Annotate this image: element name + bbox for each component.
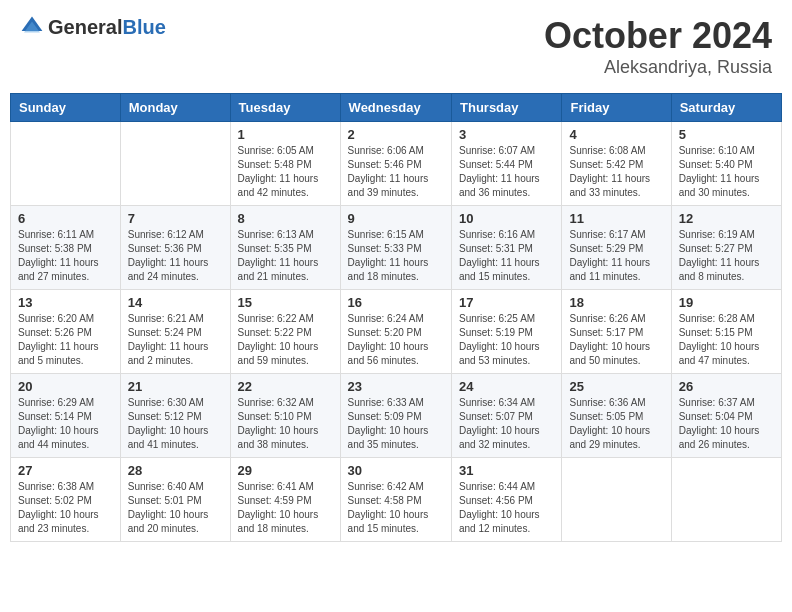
day-sunset: Sunset: 5:42 PM [569, 159, 643, 170]
day-sunrise: Sunrise: 6:44 AM [459, 481, 535, 492]
day-sunset: Sunset: 5:15 PM [679, 327, 753, 338]
day-sunset: Sunset: 5:10 PM [238, 411, 312, 422]
calendar-cell: 3 Sunrise: 6:07 AM Sunset: 5:44 PM Dayli… [452, 122, 562, 206]
day-sunrise: Sunrise: 6:37 AM [679, 397, 755, 408]
calendar-cell: 4 Sunrise: 6:08 AM Sunset: 5:42 PM Dayli… [562, 122, 671, 206]
day-number: 23 [348, 379, 444, 394]
day-daylight: Daylight: 10 hours and 32 minutes. [459, 425, 540, 450]
title-section: October 2024 Aleksandriya, Russia [544, 15, 772, 78]
calendar-week-5: 27 Sunrise: 6:38 AM Sunset: 5:02 PM Dayl… [11, 458, 782, 542]
calendar-week-3: 13 Sunrise: 6:20 AM Sunset: 5:26 PM Dayl… [11, 290, 782, 374]
calendar-cell [120, 122, 230, 206]
day-number: 26 [679, 379, 774, 394]
calendar-cell: 23 Sunrise: 6:33 AM Sunset: 5:09 PM Dayl… [340, 374, 451, 458]
day-daylight: Daylight: 10 hours and 53 minutes. [459, 341, 540, 366]
calendar-cell: 25 Sunrise: 6:36 AM Sunset: 5:05 PM Dayl… [562, 374, 671, 458]
day-sunrise: Sunrise: 6:36 AM [569, 397, 645, 408]
day-number: 29 [238, 463, 333, 478]
day-daylight: Daylight: 10 hours and 38 minutes. [238, 425, 319, 450]
day-daylight: Daylight: 10 hours and 47 minutes. [679, 341, 760, 366]
day-sunrise: Sunrise: 6:24 AM [348, 313, 424, 324]
header: GeneralBlue October 2024 Aleksandriya, R… [10, 10, 782, 83]
day-sunrise: Sunrise: 6:40 AM [128, 481, 204, 492]
calendar-cell [562, 458, 671, 542]
day-number: 15 [238, 295, 333, 310]
header-monday: Monday [120, 94, 230, 122]
calendar-cell: 1 Sunrise: 6:05 AM Sunset: 5:48 PM Dayli… [230, 122, 340, 206]
day-sunrise: Sunrise: 6:17 AM [569, 229, 645, 240]
day-sunrise: Sunrise: 6:06 AM [348, 145, 424, 156]
day-sunset: Sunset: 5:35 PM [238, 243, 312, 254]
day-daylight: Daylight: 11 hours and 8 minutes. [679, 257, 760, 282]
header-sunday: Sunday [11, 94, 121, 122]
day-number: 21 [128, 379, 223, 394]
day-sunset: Sunset: 5:24 PM [128, 327, 202, 338]
day-number: 7 [128, 211, 223, 226]
day-sunset: Sunset: 5:26 PM [18, 327, 92, 338]
day-number: 9 [348, 211, 444, 226]
day-number: 5 [679, 127, 774, 142]
calendar-cell: 28 Sunrise: 6:40 AM Sunset: 5:01 PM Dayl… [120, 458, 230, 542]
day-sunrise: Sunrise: 6:21 AM [128, 313, 204, 324]
calendar-header-row: Sunday Monday Tuesday Wednesday Thursday… [11, 94, 782, 122]
calendar-cell: 9 Sunrise: 6:15 AM Sunset: 5:33 PM Dayli… [340, 206, 451, 290]
day-sunset: Sunset: 5:20 PM [348, 327, 422, 338]
day-sunset: Sunset: 5:27 PM [679, 243, 753, 254]
day-daylight: Daylight: 11 hours and 36 minutes. [459, 173, 540, 198]
calendar-cell [11, 122, 121, 206]
calendar-cell: 6 Sunrise: 6:11 AM Sunset: 5:38 PM Dayli… [11, 206, 121, 290]
day-daylight: Daylight: 11 hours and 24 minutes. [128, 257, 209, 282]
page-container: GeneralBlue October 2024 Aleksandriya, R… [10, 10, 782, 542]
calendar-cell: 5 Sunrise: 6:10 AM Sunset: 5:40 PM Dayli… [671, 122, 781, 206]
day-sunset: Sunset: 5:19 PM [459, 327, 533, 338]
day-sunrise: Sunrise: 6:11 AM [18, 229, 94, 240]
calendar-cell: 29 Sunrise: 6:41 AM Sunset: 4:59 PM Dayl… [230, 458, 340, 542]
day-daylight: Daylight: 10 hours and 41 minutes. [128, 425, 209, 450]
day-number: 1 [238, 127, 333, 142]
calendar-cell [671, 458, 781, 542]
day-sunrise: Sunrise: 6:08 AM [569, 145, 645, 156]
day-daylight: Daylight: 10 hours and 56 minutes. [348, 341, 429, 366]
day-sunrise: Sunrise: 6:15 AM [348, 229, 424, 240]
location-title: Aleksandriya, Russia [544, 57, 772, 78]
day-number: 30 [348, 463, 444, 478]
day-sunset: Sunset: 4:56 PM [459, 495, 533, 506]
day-daylight: Daylight: 10 hours and 18 minutes. [238, 509, 319, 534]
day-daylight: Daylight: 11 hours and 18 minutes. [348, 257, 429, 282]
day-number: 27 [18, 463, 113, 478]
day-number: 16 [348, 295, 444, 310]
day-number: 18 [569, 295, 663, 310]
day-sunset: Sunset: 5:05 PM [569, 411, 643, 422]
logo-text: GeneralBlue [48, 16, 166, 39]
calendar-cell: 26 Sunrise: 6:37 AM Sunset: 5:04 PM Dayl… [671, 374, 781, 458]
day-daylight: Daylight: 10 hours and 23 minutes. [18, 509, 99, 534]
day-sunset: Sunset: 5:31 PM [459, 243, 533, 254]
calendar-cell: 14 Sunrise: 6:21 AM Sunset: 5:24 PM Dayl… [120, 290, 230, 374]
day-sunrise: Sunrise: 6:42 AM [348, 481, 424, 492]
day-sunset: Sunset: 5:17 PM [569, 327, 643, 338]
day-sunset: Sunset: 5:14 PM [18, 411, 92, 422]
day-daylight: Daylight: 11 hours and 30 minutes. [679, 173, 760, 198]
day-daylight: Daylight: 11 hours and 21 minutes. [238, 257, 319, 282]
day-number: 17 [459, 295, 554, 310]
day-sunrise: Sunrise: 6:28 AM [679, 313, 755, 324]
day-sunrise: Sunrise: 6:10 AM [679, 145, 755, 156]
day-sunrise: Sunrise: 6:05 AM [238, 145, 314, 156]
day-sunset: Sunset: 5:22 PM [238, 327, 312, 338]
day-number: 31 [459, 463, 554, 478]
day-sunset: Sunset: 5:48 PM [238, 159, 312, 170]
day-daylight: Daylight: 11 hours and 27 minutes. [18, 257, 99, 282]
day-daylight: Daylight: 10 hours and 35 minutes. [348, 425, 429, 450]
day-daylight: Daylight: 11 hours and 2 minutes. [128, 341, 209, 366]
day-number: 10 [459, 211, 554, 226]
day-sunset: Sunset: 5:44 PM [459, 159, 533, 170]
calendar-cell: 19 Sunrise: 6:28 AM Sunset: 5:15 PM Dayl… [671, 290, 781, 374]
day-sunset: Sunset: 5:38 PM [18, 243, 92, 254]
day-sunrise: Sunrise: 6:20 AM [18, 313, 94, 324]
calendar-cell: 7 Sunrise: 6:12 AM Sunset: 5:36 PM Dayli… [120, 206, 230, 290]
header-wednesday: Wednesday [340, 94, 451, 122]
day-sunset: Sunset: 5:02 PM [18, 495, 92, 506]
day-sunset: Sunset: 5:29 PM [569, 243, 643, 254]
calendar-cell: 13 Sunrise: 6:20 AM Sunset: 5:26 PM Dayl… [11, 290, 121, 374]
header-thursday: Thursday [452, 94, 562, 122]
